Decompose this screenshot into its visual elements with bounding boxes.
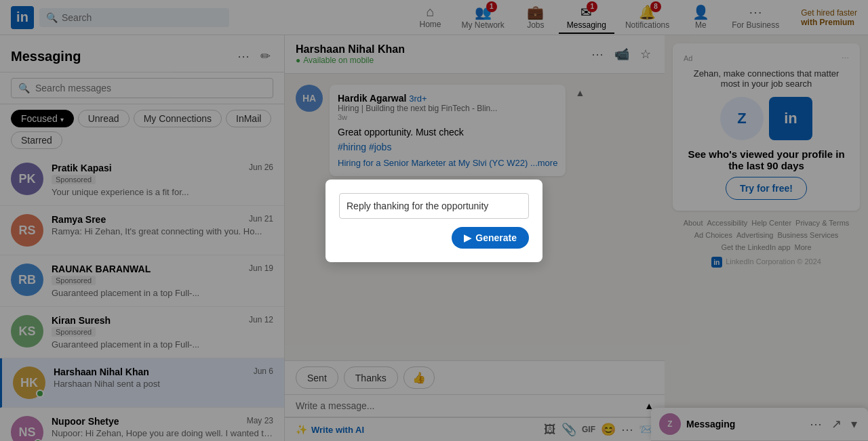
generate-icon: ▶ — [464, 232, 471, 243]
modal-overlay[interactable]: ▶ Generate — [0, 0, 868, 441]
generate-button[interactable]: ▶ Generate — [452, 227, 529, 249]
modal-input[interactable] — [339, 193, 529, 219]
ai-reply-modal: ▶ Generate — [326, 180, 542, 262]
